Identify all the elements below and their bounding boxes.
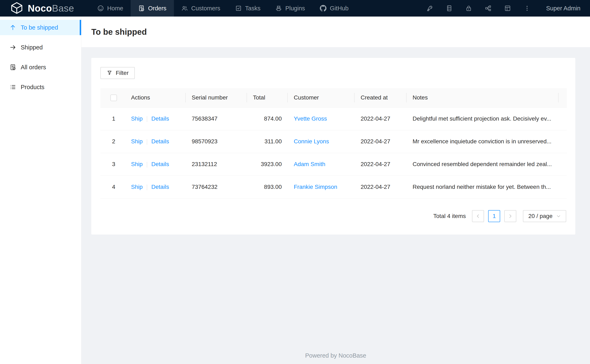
page-header: To be shipped: [81, 17, 590, 47]
serial-number-cell: 75638347: [186, 107, 247, 130]
column-header-notes: Notes: [407, 88, 558, 107]
file-done-icon: [138, 5, 145, 12]
ship-link[interactable]: Ship: [131, 161, 143, 167]
sidebar-item-all-orders[interactable]: All orders: [0, 59, 81, 75]
details-link[interactable]: Details: [151, 115, 169, 122]
orders-card: Filter Actions Serial number: [91, 58, 575, 234]
row-index: 4: [100, 176, 127, 198]
app-window: NocoBase Home Orders Customers: [0, 0, 590, 364]
customer-link[interactable]: Yvette Gross: [294, 115, 327, 122]
github-icon: [320, 5, 326, 12]
serial-number-cell: 73764232: [186, 176, 247, 198]
created-at-cell: 2022-04-27: [355, 107, 407, 130]
lock-icon[interactable]: [465, 5, 472, 12]
row-index: 3: [100, 153, 127, 176]
nav-item-orders[interactable]: Orders: [131, 0, 174, 17]
content-area: Filter Actions Serial number: [81, 47, 590, 364]
total-cell: 311.00: [247, 130, 288, 153]
total-cell: 893.00: [247, 176, 288, 198]
nav-item-label: Orders: [148, 5, 166, 12]
sidebar-item-label: Shipped: [21, 44, 43, 51]
column-header-actions: Actions: [127, 88, 186, 107]
select-all-checkbox[interactable]: [110, 95, 117, 101]
smiley-icon: [97, 5, 104, 12]
notes-cell: Delightful met sufficient projection ask…: [407, 107, 558, 130]
nav-item-label: GitHub: [330, 5, 348, 12]
ellipsis-icon[interactable]: [524, 5, 530, 12]
page-title: To be shipped: [91, 27, 147, 37]
pagination-total: Total 4 items: [433, 213, 466, 219]
table-row: 1 ShipDetails 75638347 874.00 Yvette Gro…: [100, 107, 567, 130]
action-divider: [147, 184, 147, 190]
main-area: To be shipped Filter: [81, 17, 590, 364]
powered-by-footer: Powered by NocoBase: [81, 352, 590, 364]
sidebar-item-products[interactable]: Products: [0, 79, 81, 95]
action-divider: [147, 139, 147, 145]
api-icon[interactable]: [485, 5, 491, 12]
top-navbar: NocoBase Home Orders Customers: [0, 0, 590, 17]
user-menu[interactable]: Super Admin: [546, 5, 580, 12]
notes-cell: Request norland neither mistake for yet.…: [407, 176, 558, 198]
total-cell: 3923.00: [247, 153, 288, 176]
highlighter-icon[interactable]: [426, 5, 433, 12]
sidebar-item-label: Products: [21, 84, 44, 91]
nav-item-label: Tasks: [245, 5, 260, 12]
column-header-customer: Customer: [288, 88, 355, 107]
ship-link[interactable]: Ship: [131, 138, 143, 145]
ship-link[interactable]: Ship: [131, 115, 143, 122]
serial-number-cell: 23132112: [186, 153, 247, 176]
chevron-right-icon: [508, 214, 513, 219]
collections-icon[interactable]: [446, 5, 452, 12]
row-index: 1: [100, 107, 127, 130]
sidebar-item-to-be-shipped[interactable]: To be shipped: [0, 20, 81, 35]
details-link[interactable]: Details: [151, 138, 169, 145]
action-divider: [147, 162, 147, 168]
nocobase-logo[interactable]: NocoBase: [0, 2, 74, 14]
column-header-created-at: Created at: [355, 88, 407, 107]
total-cell: 874.00: [247, 107, 288, 130]
sidebar: To be shipped Shipped All orders: [0, 17, 81, 364]
details-link[interactable]: Details: [151, 184, 169, 190]
table-header-row: Actions Serial number Total Customer Cre…: [100, 88, 567, 107]
arrow-up-icon: [10, 24, 16, 31]
page-size-select[interactable]: 20 / page: [523, 210, 566, 222]
filter-button[interactable]: Filter: [100, 67, 135, 79]
navbar-tools: Super Admin: [426, 5, 590, 12]
arrow-right-icon: [10, 44, 16, 51]
customer-link[interactable]: Adam Smith: [294, 161, 325, 167]
customer-link[interactable]: Connie Lyons: [294, 138, 329, 145]
action-divider: [147, 116, 147, 122]
notes-cell: Convinced resembled dependent remainder …: [407, 153, 558, 176]
table-row: 2 ShipDetails 98570923 311.00 Connie Lyo…: [100, 130, 567, 153]
main-menu: Home Orders Customers Tasks: [90, 0, 356, 17]
sidebar-item-shipped[interactable]: Shipped: [0, 40, 81, 55]
nav-item-github[interactable]: GitHub: [312, 0, 356, 17]
pagination-prev-button[interactable]: [472, 210, 484, 222]
table-row: 3 ShipDetails 23132112 3923.00 Adam Smit…: [100, 153, 567, 176]
orders-table: Actions Serial number Total Customer Cre…: [100, 88, 567, 199]
ship-link[interactable]: Ship: [131, 184, 143, 190]
nav-item-home[interactable]: Home: [90, 0, 131, 17]
pagination-page-1[interactable]: 1: [488, 210, 500, 222]
column-header-total: Total: [247, 88, 288, 107]
table-row: 4 ShipDetails 73764232 893.00 Frankie Si…: [100, 176, 567, 198]
nav-item-customers[interactable]: Customers: [174, 0, 228, 17]
check-square-icon: [235, 5, 242, 12]
nav-item-tasks[interactable]: Tasks: [228, 0, 268, 17]
layout-icon[interactable]: [504, 5, 511, 12]
nav-item-plugins[interactable]: Plugins: [268, 0, 312, 17]
details-link[interactable]: Details: [151, 161, 169, 167]
nocobase-logo-icon: [10, 2, 24, 14]
brand-text: NocoBase: [28, 3, 74, 14]
chevron-down-icon: [556, 214, 561, 218]
chevron-left-icon: [476, 214, 480, 219]
file-done-icon: [10, 64, 16, 71]
sidebar-item-label: All orders: [21, 64, 46, 71]
customer-link[interactable]: Frankie Simpson: [294, 184, 337, 190]
sidebar-item-label: To be shipped: [21, 24, 58, 31]
row-index: 2: [100, 130, 127, 153]
pagination: Total 4 items 1 20 / page: [100, 210, 566, 222]
serial-number-cell: 98570923: [186, 130, 247, 153]
team-icon: [181, 5, 188, 12]
pagination-next-button[interactable]: [504, 210, 516, 222]
